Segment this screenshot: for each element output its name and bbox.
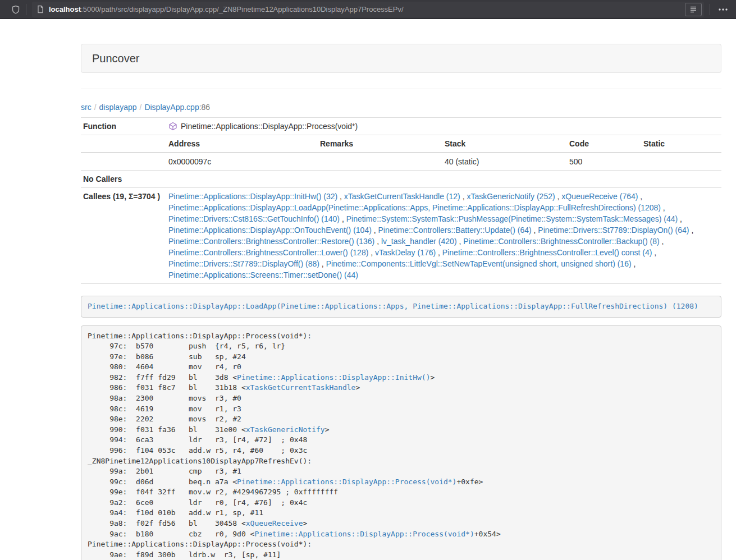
callee-link[interactable]: Pinetime::Controllers::Battery::Update()… [378, 226, 532, 235]
disassembly-symbol-link[interactable]: Pinetime::Applications::DisplayApp::Init… [237, 373, 430, 382]
column-header-static: Static [641, 135, 721, 152]
kebab-menu-icon[interactable] [718, 5, 728, 14]
breadcrumb: src/displayapp/DisplayApp.cpp:86 [81, 102, 721, 113]
breadcrumb-link-src[interactable]: src [81, 103, 92, 112]
metrics-data-row: 0x0000097c 40 (static) 500 [81, 153, 721, 171]
callee-link[interactable]: xTaskGetCurrentTaskHandle (12) [344, 192, 460, 201]
reader-view-button[interactable] [685, 3, 702, 16]
callee-link[interactable]: Pinetime::Controllers::BrightnessControl… [463, 237, 659, 246]
function-signature: Pinetime::Applications::DisplayApp::Proc… [181, 121, 358, 132]
callee-link[interactable]: Pinetime::System::SystemTask::PushMessag… [346, 214, 678, 223]
breadcrumb-line-number: :86 [199, 103, 210, 112]
callees-list: Pinetime::Applications::DisplayApp::Init… [166, 188, 721, 283]
remarks-value [318, 153, 442, 170]
breadcrumb-link-file[interactable]: DisplayApp.cpp [144, 103, 199, 112]
browser-toolbar: localhost:5000/path/src/displayapp/Displ… [0, 0, 736, 19]
url-text: localhost:5000/path/src/displayapp/Displ… [49, 5, 404, 13]
page-title: Puncover [92, 52, 140, 65]
stack-value: 40 (static) [442, 153, 567, 170]
callee-link[interactable]: Pinetime::Drivers::St7789::DisplayOff() … [168, 259, 319, 268]
disassembly-symbol-link[interactable]: Pinetime::Applications::DisplayApp::Proc… [237, 478, 456, 486]
column-header-remarks: Remarks [318, 135, 442, 152]
divider [81, 89, 721, 89]
callee-link[interactable]: Pinetime::Controllers::BrightnessControl… [168, 237, 374, 246]
callee-link[interactable]: xQueueReceive (764) [561, 192, 638, 201]
toolbar-divider [710, 4, 710, 15]
callees-row: Callees (19, Σ=3704 ) Pinetime::Applicat… [81, 188, 721, 284]
disassembly-symbol-link[interactable]: xQueueReceive [246, 519, 303, 527]
app-header-panel: Puncover [81, 44, 721, 73]
toolbar-divider [26, 4, 26, 15]
callee-link[interactable]: xTaskGenericNotify (252) [467, 192, 555, 201]
breadcrumb-separator: / [140, 103, 142, 112]
function-row-label: Function [81, 118, 166, 135]
address-value: 0x0000097c [166, 153, 318, 170]
callee-link[interactable]: Pinetime::Drivers::Cst816S::GetTouchInfo… [168, 214, 340, 223]
snippet-symbol-link[interactable]: Pinetime::Applications::DisplayApp::Load… [88, 302, 698, 310]
metrics-header-row: Address Remarks Stack Code Static [81, 135, 721, 153]
reader-view-icon [689, 6, 697, 13]
breadcrumb-separator: / [94, 103, 97, 112]
cube-icon [168, 122, 177, 131]
breadcrumb-link-displayapp[interactable]: displayapp [99, 103, 137, 112]
static-value [641, 153, 721, 170]
page-icon [36, 5, 44, 13]
no-callers-row: No Callers [81, 171, 721, 188]
no-callers-label: No Callers [81, 171, 166, 187]
puncover-page: Puncover src/displayapp/DisplayApp.cpp:8… [81, 44, 721, 560]
disassembly-symbol-link[interactable]: xTaskGenericNotify [246, 425, 325, 434]
callee-link[interactable]: Pinetime::Drivers::St7789::DisplayOn() (… [538, 226, 689, 235]
source-snippet-box: Pinetime::Applications::DisplayApp::Load… [81, 296, 721, 318]
column-header-code: Code [567, 135, 641, 152]
url-bar[interactable]: localhost:5000/path/src/displayapp/Displ… [32, 2, 704, 17]
url-path: :5000/path/src/displayapp/DisplayApp.cpp… [81, 5, 404, 13]
callee-link[interactable]: Pinetime::Controllers::BrightnessControl… [168, 248, 368, 257]
disassembly-symbol-link[interactable]: Pinetime::Applications::DisplayApp::Proc… [254, 530, 474, 538]
callee-link[interactable]: Pinetime::Applications::DisplayApp::Load… [168, 203, 661, 212]
function-row: Function Pinetime::Applications::Display… [81, 118, 721, 135]
column-header-stack: Stack [442, 135, 567, 152]
callee-link[interactable]: Pinetime::Components::LittleVgl::SetNewT… [326, 259, 632, 268]
function-info-table: Function Pinetime::Applications::Display… [81, 117, 721, 284]
disassembly-symbol-link[interactable]: xTaskGetCurrentTaskHandle [246, 383, 356, 392]
callee-link[interactable]: Pinetime::Applications::DisplayApp::OnTo… [168, 226, 372, 235]
callee-link[interactable]: lv_task_handler (420) [381, 237, 457, 246]
function-signature-cell: Pinetime::Applications::DisplayApp::Proc… [166, 118, 721, 135]
callee-link[interactable]: Pinetime::Controllers::BrightnessControl… [442, 248, 652, 257]
shield-icon[interactable] [11, 5, 20, 14]
code-size-value: 500 [567, 153, 641, 170]
callees-label: Callees (19, Σ=3704 ) [81, 188, 166, 283]
callee-link[interactable]: vTaskDelay (176) [375, 248, 436, 257]
column-header-address: Address [166, 135, 318, 152]
callee-link[interactable]: Pinetime::Applications::DisplayApp::Init… [168, 192, 337, 201]
disassembly-box: Pinetime::Applications::DisplayApp::Proc… [81, 325, 721, 560]
callee-link[interactable]: Pinetime::Applications::Screens::Timer::… [168, 270, 358, 279]
url-host: localhost [49, 5, 81, 13]
